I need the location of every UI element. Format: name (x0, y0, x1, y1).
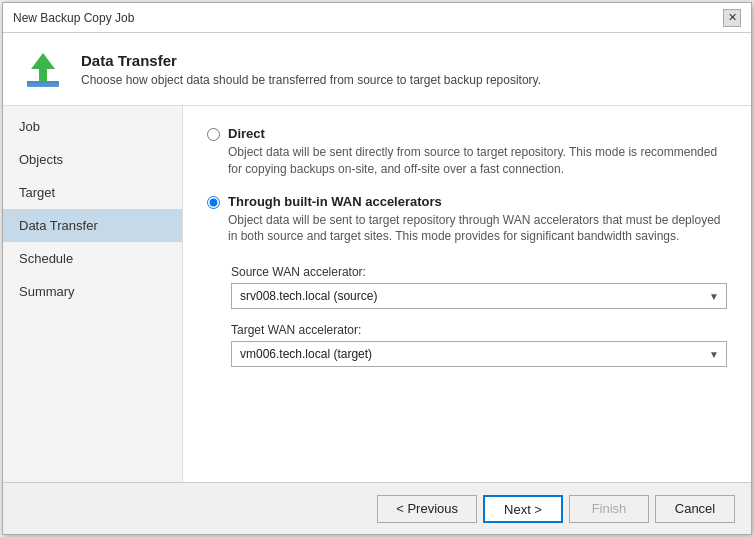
wan-label[interactable]: Through built-in WAN accelerators Object… (228, 194, 727, 246)
direct-label[interactable]: Direct Object data will be sent directly… (228, 126, 727, 178)
wan-option: Through built-in WAN accelerators Object… (207, 194, 727, 246)
title-bar: New Backup Copy Job ✕ (3, 3, 751, 33)
dialog-window: New Backup Copy Job ✕ Data Transfer Choo… (2, 2, 752, 535)
direct-title: Direct (228, 126, 727, 141)
sidebar: Job Objects Target Data Transfer Schedul… (3, 106, 183, 482)
target-wan-select[interactable]: vm006.tech.local (target) (231, 341, 727, 367)
wan-radio[interactable] (207, 196, 220, 209)
svg-marker-0 (31, 53, 55, 81)
footer: < Previous Next > Finish Cancel (3, 482, 751, 534)
source-wan-wrapper: srv008.tech.local (source) ▼ (231, 283, 727, 309)
source-wan-select[interactable]: srv008.tech.local (source) (231, 283, 727, 309)
sidebar-item-data-transfer[interactable]: Data Transfer (3, 209, 182, 242)
close-button[interactable]: ✕ (723, 9, 741, 27)
header-icon (19, 45, 67, 93)
target-wan-wrapper: vm006.tech.local (target) ▼ (231, 341, 727, 367)
wan-title: Through built-in WAN accelerators (228, 194, 727, 209)
direct-radio[interactable] (207, 128, 220, 141)
dialog-title: New Backup Copy Job (13, 11, 134, 25)
page-header: Data Transfer Choose how object data sho… (3, 33, 751, 106)
content-area: Job Objects Target Data Transfer Schedul… (3, 106, 751, 482)
direct-option: Direct Object data will be sent directly… (207, 126, 727, 178)
previous-button[interactable]: < Previous (377, 495, 477, 523)
header-title: Data Transfer (81, 52, 541, 69)
target-wan-label: Target WAN accelerator: (231, 323, 727, 337)
wan-accelerator-section: Source WAN accelerator: srv008.tech.loca… (231, 265, 727, 367)
cancel-button[interactable]: Cancel (655, 495, 735, 523)
sidebar-item-job[interactable]: Job (3, 110, 182, 143)
finish-button[interactable]: Finish (569, 495, 649, 523)
wan-description: Object data will be sent to target repos… (228, 212, 727, 246)
header-description: Choose how object data should be transfe… (81, 73, 541, 87)
sidebar-item-objects[interactable]: Objects (3, 143, 182, 176)
main-content: Direct Object data will be sent directly… (183, 106, 751, 482)
header-text-block: Data Transfer Choose how object data sho… (81, 52, 541, 87)
source-wan-label: Source WAN accelerator: (231, 265, 727, 279)
next-button[interactable]: Next > (483, 495, 563, 523)
sidebar-item-target[interactable]: Target (3, 176, 182, 209)
sidebar-item-schedule[interactable]: Schedule (3, 242, 182, 275)
transfer-mode-group: Direct Object data will be sent directly… (207, 126, 727, 245)
svg-rect-2 (27, 81, 59, 83)
direct-description: Object data will be sent directly from s… (228, 144, 727, 178)
sidebar-item-summary[interactable]: Summary (3, 275, 182, 308)
